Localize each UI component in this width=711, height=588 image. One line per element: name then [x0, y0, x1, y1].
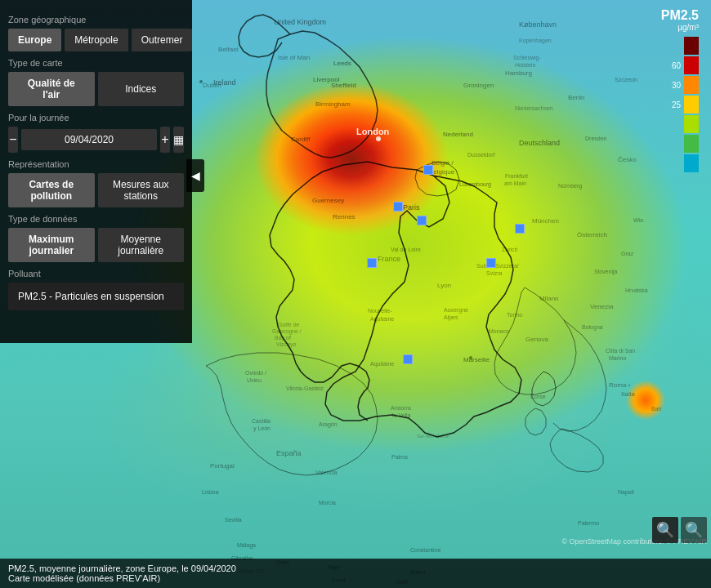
svg-text:Vizcayo: Vizcayo — [276, 341, 296, 348]
svg-text:Paris: Paris — [403, 203, 420, 212]
type-carte-group: Qualité de l'air Indices — [8, 72, 184, 106]
station-marker-5[interactable] — [367, 258, 377, 268]
type-donnees-group: Maximum journalier Moyenne journalière — [8, 228, 184, 262]
legend-val-25: 25 — [664, 100, 681, 109]
svg-text:München: München — [532, 217, 559, 225]
svg-text:Niedersachsen: Niedersachsen — [515, 105, 553, 111]
svg-text:Auvergne: Auvergne — [444, 307, 468, 314]
svg-text:Nürnberg: Nürnberg — [558, 183, 582, 189]
calendar-btn[interactable]: ▦ — [173, 127, 184, 153]
station-marker-6[interactable] — [486, 258, 496, 268]
svg-text:Lyon: Lyon — [437, 282, 451, 289]
station-marker-3[interactable] — [417, 216, 427, 225]
zoom-in-btn[interactable]: 🔍 — [652, 517, 678, 543]
svg-text:Leeds: Leeds — [333, 60, 351, 67]
calendar-icon: ▦ — [173, 133, 184, 146]
type-qualite-btn[interactable]: Qualité de l'air — [8, 72, 95, 106]
rep-stations-btn[interactable]: Mesures aux stations — [98, 173, 185, 207]
station-marker-4[interactable] — [515, 224, 525, 234]
svg-text:Kopenhagen: Kopenhagen — [519, 38, 552, 44]
zoom-controls: 🔍 🔍 — [652, 517, 707, 543]
representation-group: Cartes de pollution Mesures aux stations — [8, 173, 184, 207]
svg-text:Cardiff: Cardiff — [291, 136, 311, 143]
svg-text:Andorra: Andorra — [391, 405, 411, 411]
svg-text:Sevilla: Sevilla — [225, 517, 242, 523]
svg-text:Szczecin: Szczecin — [615, 77, 637, 82]
svg-text:Castilla: Castilla — [252, 418, 271, 424]
svg-text:Wie.: Wie. — [633, 217, 645, 223]
svg-text:Málaga: Málaga — [237, 542, 256, 549]
svg-text:Frankfurt: Frankfurt — [505, 173, 528, 179]
svg-text:Österreich: Österreich — [577, 231, 607, 238]
station-marker-7[interactable] — [403, 354, 413, 364]
legend-val-60: 60 — [664, 61, 681, 70]
legend-color-green — [684, 135, 699, 153]
svg-text:Deutschland: Deutschland — [519, 139, 560, 147]
svg-text:Italia: Italia — [621, 390, 635, 398]
zoom-out-btn[interactable]: 🔍 — [681, 517, 707, 543]
zone-europe-btn[interactable]: Europe — [8, 29, 61, 51]
svg-text:la Vella: la Vella — [392, 412, 411, 418]
svg-text:Graz: Graz — [621, 251, 634, 256]
svg-text:Aquitaine: Aquitaine — [370, 316, 394, 323]
representation-label: Représentation — [8, 159, 184, 169]
legend-row-5 — [664, 135, 699, 153]
zone-metropole-btn[interactable]: Métropole — [65, 29, 127, 51]
svg-point-4 — [376, 136, 381, 141]
svg-text:Lisboa: Lisboa — [202, 489, 219, 495]
date-plus-btn[interactable]: + — [160, 127, 170, 153]
legend-unit: µg/m³ — [661, 23, 699, 32]
svg-text:Napoli: Napoli — [618, 489, 634, 496]
svg-text:Portugal: Portugal — [210, 462, 235, 470]
sidebar-toggle-btn[interactable]: ◀ — [186, 159, 204, 192]
svg-text:Birmingham: Birmingham — [315, 100, 351, 108]
station-marker-1[interactable] — [423, 165, 433, 175]
legend-title: PM2.5 — [661, 8, 699, 23]
svg-text:España: España — [276, 449, 302, 457]
svg-text:Suisse/Svizzera/: Suisse/Svizzera/ — [476, 263, 519, 269]
svg-text:Oviedo /: Oviedo / — [245, 370, 266, 376]
donnees-moy-btn[interactable]: Moyenne journalière — [98, 228, 185, 262]
date-control: − + ▦ — [8, 127, 184, 153]
svg-text:Roma •: Roma • — [609, 381, 631, 389]
svg-text:Alpes: Alpes — [444, 314, 458, 321]
station-marker-2[interactable] — [393, 202, 403, 212]
legend-color-orange — [684, 76, 699, 94]
journee-label: Pour la journée — [8, 113, 184, 122]
svg-text:Luxembourg: Luxembourg — [459, 181, 491, 188]
svg-text:Svizra: Svizra — [486, 270, 503, 276]
legend-row-3: 25 — [664, 96, 699, 114]
svg-text:Aquitaine: Aquitaine — [370, 361, 394, 368]
svg-text:Belfast: Belfast — [218, 46, 239, 53]
donnees-max-btn[interactable]: Maximum journalier — [8, 228, 95, 262]
zone-outremer-btn[interactable]: Outremer — [132, 29, 193, 51]
svg-text:Belgie /: Belgie / — [432, 159, 454, 167]
legend-row-1: 60 — [664, 56, 699, 74]
svg-text:Milano: Milano — [539, 295, 559, 302]
polluant-btn[interactable]: PM2.5 - Particules en suspension — [8, 283, 184, 310]
svg-text:Torino: Torino — [507, 312, 522, 318]
type-indices-btn[interactable]: Indices — [98, 72, 185, 106]
svg-text:Sheffield: Sheffield — [331, 82, 356, 89]
svg-text:Citta di San: Citta di San — [606, 348, 635, 354]
date-minus-btn[interactable]: − — [8, 127, 18, 153]
status-line2: Carte modélisée (données PREV'AIR) — [8, 573, 703, 583]
type-carte-label: Type de carte — [8, 58, 184, 68]
svg-text:Venezia: Venezia — [590, 303, 614, 310]
legend-row-0 — [664, 37, 699, 55]
legend-color-teal — [684, 154, 699, 172]
legend-color-yellowgreen — [684, 115, 699, 133]
status-line1: PM2.5, moyenne journalière, zone Europe,… — [8, 564, 703, 573]
legend-row-6 — [664, 154, 699, 172]
svg-text:Zurich: Zurich — [502, 247, 518, 252]
svg-text:Marseille: Marseille — [463, 356, 490, 363]
svg-text:Uvieu: Uvieu — [247, 377, 262, 383]
zone-label: Zone géographique — [8, 15, 184, 24]
legend-bar: 60 30 25 — [661, 37, 699, 174]
legend: PM2.5 µg/m³ 60 30 25 — [661, 8, 699, 174]
svg-text:Aragón: Aragón — [319, 421, 338, 428]
svg-text:Monaco: Monaco — [489, 328, 509, 334]
svg-text:Nederland: Nederland — [443, 131, 473, 138]
rep-cartes-btn[interactable]: Cartes de pollution — [8, 173, 95, 207]
date-input[interactable] — [21, 129, 157, 150]
